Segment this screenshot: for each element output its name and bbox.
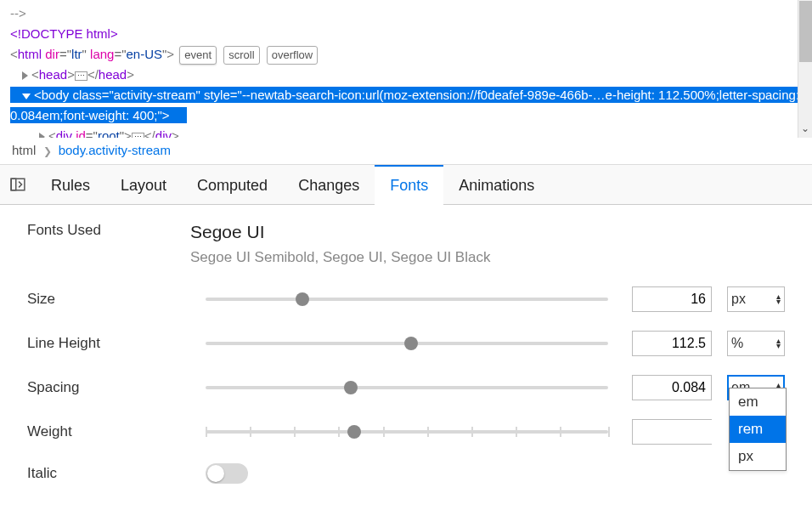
line-height-label: Line Height bbox=[27, 335, 190, 352]
spacing-label: Spacing bbox=[27, 379, 190, 396]
spacing-slider[interactable] bbox=[206, 379, 608, 396]
tab-changes[interactable]: Changes bbox=[283, 165, 375, 205]
font-family-secondary: Segoe UI Semibold, Segoe UI, Segoe UI Bl… bbox=[190, 249, 785, 266]
caret-icon: ▴▾ bbox=[776, 294, 781, 304]
dom-head[interactable]: <head>⋯</head> bbox=[10, 66, 134, 82]
fonts-panel: Fonts Used Segoe UI Segoe UI Semibold, S… bbox=[0, 205, 812, 516]
fonts-used-label: Fonts Used bbox=[27, 222, 190, 239]
size-unit-select[interactable]: px▴▾ bbox=[727, 286, 785, 312]
toggle-knob bbox=[207, 465, 224, 482]
slider-thumb[interactable] bbox=[347, 425, 361, 439]
spacing-input[interactable] bbox=[632, 375, 712, 400]
breadcrumb[interactable]: html ❯ body.activity-stream bbox=[0, 138, 812, 165]
line-height-row: Line Height %▴▾ bbox=[27, 331, 785, 356]
weight-row: Weight bbox=[27, 419, 785, 445]
dom-comment: --> bbox=[10, 5, 26, 21]
slider-thumb[interactable] bbox=[344, 381, 358, 394]
tab-animations[interactable]: Animations bbox=[443, 165, 550, 205]
dom-tree-panel[interactable]: --> <!DOCTYPE html> <html dir="ltr" lang… bbox=[0, 0, 812, 138]
slider-thumb[interactable] bbox=[296, 292, 309, 306]
toggle-sidebar-icon[interactable] bbox=[0, 177, 36, 192]
collapse-icon[interactable] bbox=[22, 94, 31, 99]
italic-label: Italic bbox=[27, 465, 190, 482]
tab-fonts[interactable]: Fonts bbox=[375, 165, 443, 205]
scroll-down-icon[interactable]: ⌄ bbox=[801, 122, 809, 134]
weight-input[interactable] bbox=[632, 419, 712, 445]
unit-option-em[interactable]: em bbox=[730, 388, 786, 416]
inspector-tabs: Rules Layout Computed Changes Fonts Anim… bbox=[0, 165, 812, 205]
ellipsis-icon[interactable]: ⋯ bbox=[132, 133, 144, 138]
overflow-badge[interactable]: overflow bbox=[267, 46, 318, 65]
breadcrumb-item[interactable]: html bbox=[12, 143, 36, 157]
event-badge[interactable]: event bbox=[179, 46, 217, 65]
tab-computed[interactable]: Computed bbox=[182, 165, 283, 205]
svg-rect-1 bbox=[11, 179, 16, 190]
italic-toggle[interactable] bbox=[206, 463, 248, 484]
tab-layout[interactable]: Layout bbox=[105, 165, 182, 205]
size-label: Size bbox=[27, 291, 190, 308]
spacing-row: Spacing em▴▾ bbox=[27, 375, 785, 400]
slider-thumb[interactable] bbox=[404, 337, 418, 350]
vertical-scrollbar[interactable]: ⌄ bbox=[798, 0, 812, 138]
font-family-primary: Segoe UI bbox=[190, 222, 785, 242]
scroll-badge[interactable]: scroll bbox=[223, 46, 259, 65]
breadcrumb-item-active[interactable]: body.activity-stream bbox=[59, 143, 171, 157]
weight-label: Weight bbox=[27, 423, 190, 440]
expand-icon[interactable] bbox=[39, 133, 45, 138]
dom-doctype[interactable]: <!DOCTYPE html> bbox=[10, 26, 118, 42]
ellipsis-icon[interactable]: ⋯ bbox=[75, 71, 87, 81]
dom-html-open[interactable]: <html dir="ltr" lang="en-US"> event scro… bbox=[10, 46, 319, 62]
size-slider[interactable] bbox=[206, 291, 608, 308]
dom-div-root[interactable]: <div id="root">⋯</div> bbox=[10, 128, 179, 138]
expand-icon[interactable] bbox=[22, 71, 28, 80]
tab-rules[interactable]: Rules bbox=[36, 165, 105, 205]
line-height-slider[interactable] bbox=[206, 335, 608, 352]
caret-icon: ▴▾ bbox=[776, 338, 781, 349]
size-row: Size px▴▾ bbox=[27, 286, 785, 312]
unit-option-rem[interactable]: rem bbox=[730, 416, 786, 443]
scrollbar-thumb[interactable] bbox=[799, 1, 812, 62]
line-height-input[interactable] bbox=[632, 331, 712, 356]
chevron-right-icon: ❯ bbox=[43, 145, 52, 157]
size-input[interactable] bbox=[632, 286, 712, 312]
line-height-unit-select[interactable]: %▴▾ bbox=[727, 331, 785, 356]
italic-row: Italic bbox=[27, 463, 785, 484]
unit-dropdown[interactable]: em rem px bbox=[729, 388, 787, 471]
weight-slider[interactable] bbox=[206, 423, 608, 440]
unit-option-px[interactable]: px bbox=[730, 443, 786, 470]
dom-body-selected[interactable]: <body class="activity-stream" style="--n… bbox=[10, 87, 803, 123]
